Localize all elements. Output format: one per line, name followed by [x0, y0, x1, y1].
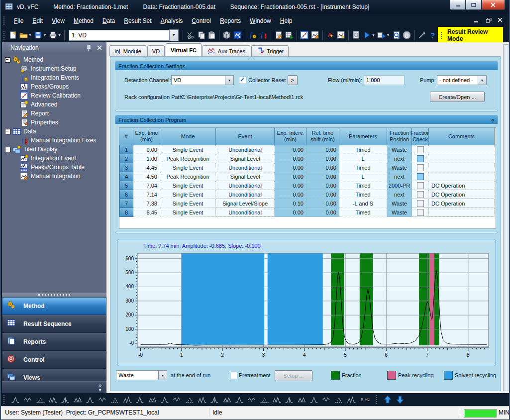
cell-fraction-position[interactable]: Waste: [387, 145, 412, 154]
cell-comments[interactable]: DC Operation: [429, 199, 495, 208]
cell-comments[interactable]: DC Operation: [429, 190, 495, 199]
tab-inj-module[interactable]: Inj. Module: [109, 45, 146, 56]
paste-icon[interactable]: [207, 30, 217, 41]
fraction-check-checkbox[interactable]: [417, 164, 424, 171]
nav-overflow-chevron[interactable]: »▾: [2, 381, 106, 393]
cell-parameters[interactable]: Timed: [339, 208, 387, 217]
collapse-node-icon[interactable]: [5, 147, 10, 152]
integration-tool-14-icon[interactable]: [172, 395, 184, 405]
nav-button-control[interactable]: Control: [2, 351, 106, 369]
menu-item-result-set[interactable]: Result Set: [119, 14, 156, 27]
detection-channel-select[interactable]: VD▼: [171, 75, 234, 85]
sidebar-item-peaks-groups[interactable]: Peaks/Groups: [2, 82, 106, 91]
collapse-node-icon[interactable]: [5, 129, 10, 134]
close-panel-icon[interactable]: [96, 44, 103, 52]
mdi-minimize-icon[interactable]: [473, 17, 480, 24]
column-header[interactable]: Exp. time(min): [133, 128, 160, 145]
create-open-button[interactable]: Create/Open ...: [430, 92, 485, 102]
cell-parameters[interactable]: L: [339, 154, 387, 163]
menu-item-data[interactable]: Data: [98, 14, 119, 27]
cell-exp-interval[interactable]: 0.00: [275, 145, 306, 154]
cell-exp-time[interactable]: 7.04: [133, 181, 160, 190]
cell-fraction-position[interactable]: Waste: [387, 208, 412, 217]
cell-event[interactable]: Unconditional: [216, 190, 275, 199]
cell-exp-time[interactable]: 4.50: [133, 172, 160, 181]
cell-fraction-check[interactable]: [412, 199, 429, 208]
sidebar-item-peaks-groups-table[interactable]: Peaks/Groups Table: [2, 163, 106, 172]
integration-tool-17-icon[interactable]: [209, 395, 221, 405]
cell-fraction-check[interactable]: [412, 208, 429, 217]
cell-mode[interactable]: Single Event: [160, 190, 216, 199]
cell-event[interactable]: Signal Level/Slope: [216, 199, 275, 208]
menu-item-file[interactable]: File: [9, 14, 28, 27]
sidebar-item-review-calibration[interactable]: Review Calibration: [2, 91, 106, 100]
integration-tool-10-icon[interactable]: [122, 395, 134, 405]
menu-item-analysis[interactable]: Analysis: [156, 14, 188, 27]
sidebar-item-instrument-setup[interactable]: Instrument Setup: [2, 64, 106, 73]
integration-tool-28-icon[interactable]: [346, 395, 358, 405]
fraction-check-checkbox[interactable]: [417, 173, 424, 180]
cell-event[interactable]: Unconditional: [216, 208, 275, 217]
row-number[interactable]: 7: [119, 199, 133, 208]
integration-tool-15-icon[interactable]: [184, 395, 196, 405]
integration-tool-5-icon[interactable]: [60, 395, 72, 405]
row-number[interactable]: 2: [119, 154, 133, 163]
cell-mode[interactable]: Single Event: [160, 145, 216, 154]
integration-tool-1-icon[interactable]: [10, 395, 22, 405]
sidebar-item-manual-integration-fixes[interactable]: fManual Integration Fixes: [2, 136, 106, 145]
data-review-icon[interactable]: [391, 30, 401, 41]
save-icon[interactable]: [33, 30, 43, 41]
cell-exp-interval[interactable]: 0.10: [275, 199, 306, 208]
integration-tool-20-icon[interactable]: [246, 395, 258, 405]
cell-rel-time-shift[interactable]: 0.00: [306, 145, 339, 154]
cell-fraction-check[interactable]: [412, 145, 429, 154]
cell-fraction-position[interactable]: next: [387, 154, 412, 163]
integration-tool-3-icon[interactable]: [35, 395, 47, 405]
row-number[interactable]: 6: [119, 190, 133, 199]
integration-tool-9-icon[interactable]: [109, 395, 121, 405]
tab-trigger[interactable]: Trigger: [251, 45, 289, 56]
cell-mode[interactable]: Single Event: [160, 208, 216, 217]
cell-mode[interactable]: Peak Recognition: [160, 154, 216, 163]
cell-exp-interval[interactable]: 0.00: [275, 172, 306, 181]
fraction-check-checkbox[interactable]: [417, 191, 424, 198]
cell-fraction-position[interactable]: 2000-PR: [387, 181, 412, 190]
sidebar-item-report[interactable]: Report: [2, 109, 106, 118]
fraction-check-checkbox[interactable]: [417, 182, 424, 189]
chevron-down-icon[interactable]: ▼: [43, 33, 47, 37]
cell-exp-time[interactable]: 8.45: [133, 208, 160, 217]
cell-comments[interactable]: [429, 208, 495, 217]
pin-icon[interactable]: [85, 44, 93, 52]
sidebar-item-manual-integration[interactable]: Manual Integration: [2, 172, 106, 181]
column-header[interactable]: #: [119, 128, 133, 145]
cell-parameters[interactable]: L: [339, 172, 387, 181]
cell-comments[interactable]: [429, 154, 495, 163]
cell-rel-time-shift[interactable]: 0.00: [306, 172, 339, 181]
integration-tool-27-icon[interactable]: [333, 395, 345, 405]
sidebar-item-integration-events[interactable]: fIntegration Events: [2, 73, 106, 82]
chart-auto-icon[interactable]: [336, 30, 346, 41]
column-header[interactable]: Rel. timeshift (min): [306, 128, 339, 145]
chevron-down-icon[interactable]: ▼: [372, 33, 375, 37]
chevron-down-icon[interactable]: ▼: [58, 33, 61, 37]
sidebar-item-properties[interactable]: Properties: [2, 118, 106, 127]
end-of-run-select[interactable]: Waste▼: [116, 370, 167, 380]
integration-tool-18-icon[interactable]: [221, 395, 233, 405]
cell-exp-time[interactable]: 4.45: [133, 163, 160, 172]
cell-exp-time[interactable]: 7.38: [133, 199, 160, 208]
nav-button-reports[interactable]: Reports: [2, 333, 106, 351]
panel-splitter[interactable]: [2, 293, 106, 297]
sidebar-item-advanced[interactable]: Advanced: [2, 100, 106, 109]
integration-tool-6-icon[interactable]: [72, 395, 84, 405]
sidebar-item-method[interactable]: Method: [2, 55, 106, 64]
column-header[interactable]: Exp. interv.(min): [275, 128, 306, 145]
cell-rel-time-shift[interactable]: 0.00: [306, 154, 339, 163]
cell-comments[interactable]: DC Operation: [429, 181, 495, 190]
column-header[interactable]: Parameters: [339, 128, 387, 145]
row-number[interactable]: 1: [119, 145, 133, 154]
chevron-down-icon[interactable]: ▼: [387, 33, 390, 37]
collapse-group-icon[interactable]: «: [491, 116, 495, 123]
cell-rel-time-shift[interactable]: 0.00: [306, 199, 339, 208]
cell-exp-time[interactable]: 0.00: [133, 145, 160, 154]
print-icon[interactable]: [48, 30, 58, 41]
